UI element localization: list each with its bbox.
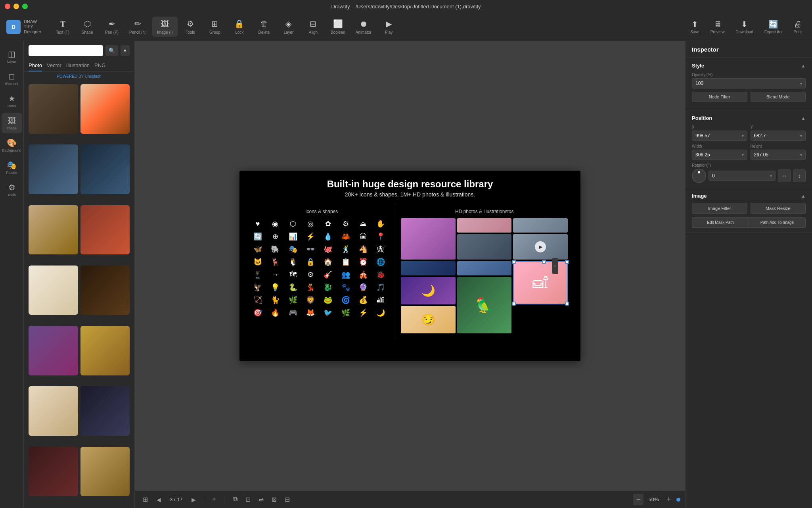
asset-item[interactable] [80, 326, 130, 375]
canvas-body: Icons & shapes ♥ ◉ ⬡ ◎ ✿ ⚙ ⛰ ✋ 🔄 [247, 204, 573, 339]
download-action[interactable]: ⬇ Download [732, 17, 757, 37]
icon-cell: 🐾 [340, 282, 351, 293]
icon-cell: 🦀 [340, 231, 351, 242]
page-settings-button[interactable]: ⊟ [282, 494, 293, 505]
grid-view-button[interactable]: ⊞ [140, 494, 151, 505]
sidebar-item-layer[interactable]: ◫ Layer [2, 46, 22, 67]
position-section-header[interactable]: Position ▲ [692, 115, 806, 121]
element-icon: ◻ [8, 71, 15, 81]
image-filter-button[interactable]: Image Filter [692, 203, 747, 214]
rotation-input[interactable]: 0 ▾ [709, 171, 776, 181]
icon-cell: 🌀 [340, 294, 351, 306]
height-input[interactable]: 267.05 ▾ [751, 150, 806, 160]
resize-page-button[interactable]: ⊡ [242, 494, 254, 505]
blend-mode-button[interactable]: Blend Mode [751, 92, 806, 102]
asset-item[interactable] [80, 266, 130, 315]
sidebar-item-background[interactable]: 🎨 Background [2, 135, 22, 156]
icon-cell: 👓 [305, 244, 316, 255]
animator-tool[interactable]: ⏺ Animator [351, 17, 376, 37]
search-more-button[interactable]: ▾ [121, 45, 130, 56]
pencil-tool[interactable]: ✏ Pencil (N) [124, 17, 151, 37]
asset-item[interactable] [80, 144, 130, 194]
style-section-header[interactable]: Style ▲ [692, 63, 806, 69]
tools-tool[interactable]: ⚙ Tools [178, 17, 202, 37]
icon-cell: 🦅 [252, 282, 263, 293]
transition-button[interactable]: ⇌ [255, 494, 267, 505]
play-tool[interactable]: ▶ Play [377, 17, 401, 37]
opacity-input[interactable]: 100 ▾ [692, 78, 806, 89]
tab-photo[interactable]: Photo [29, 60, 42, 71]
maximize-button[interactable] [22, 4, 28, 9]
group-tool[interactable]: ⊞ Group [203, 17, 227, 37]
lock-tool[interactable]: 🔒 Lock [228, 17, 251, 37]
page-view-button[interactable]: ⊠ [268, 494, 280, 505]
next-page-button[interactable]: ▶ [189, 495, 198, 504]
sidebar-item-tools[interactable]: ⚙ Tools [2, 179, 22, 200]
sidebar-item-icons[interactable]: ★ Icons [2, 90, 22, 111]
asset-item[interactable] [80, 84, 130, 134]
asset-item[interactable] [29, 326, 78, 375]
save-action[interactable]: ⬆ Save [686, 17, 703, 37]
icon-cell: 🔮 [358, 282, 369, 293]
search-button[interactable]: 🔍 [105, 45, 118, 56]
icon-cell: ⛰ [358, 218, 369, 229]
sidebar-item-element[interactable]: ◻ Element [2, 68, 22, 89]
icon-cell: ◎ [305, 218, 316, 229]
text-tool[interactable]: 𝐓 Text (T) [51, 17, 75, 37]
image-section-header[interactable]: Image ▲ [692, 193, 806, 199]
layer-tool[interactable]: ◈ Layer [277, 17, 301, 37]
search-input[interactable] [29, 45, 103, 56]
asset-item[interactable] [29, 386, 78, 436]
boolean-tool[interactable]: ⬜ Boolean [326, 17, 350, 37]
icon-cell: 🌿 [340, 307, 351, 318]
rotation-dial[interactable] [692, 169, 706, 183]
collapse-panel-button[interactable]: ‹ [552, 258, 558, 274]
asset-item[interactable] [80, 205, 130, 255]
minimize-button[interactable] [13, 4, 19, 9]
pen-tool[interactable]: ✒ Pen (P) [100, 17, 124, 37]
panel-tabs: Photo Vector Illustration PNG [24, 60, 134, 72]
icon-cell: ✿ [322, 218, 333, 229]
edit-mask-path-button[interactable]: Edit Mask Path [692, 217, 749, 228]
icon-cell: 🕸 [375, 244, 386, 255]
preview-action[interactable]: 🖥 Preview [707, 17, 729, 37]
asset-item[interactable] [80, 447, 130, 496]
asset-item[interactable] [80, 386, 130, 436]
prev-page-button[interactable]: ◀ [154, 495, 163, 504]
asset-item[interactable] [29, 205, 78, 255]
canvas-frame: Built-in huge design resource library 20… [239, 171, 580, 361]
main-content: ◫ Layer ◻ Element ★ Icons 🖼 Image 🎨 Back… [0, 41, 812, 508]
canvas-container[interactable]: Built-in huge design resource library 20… [135, 41, 685, 491]
width-input[interactable]: 306.25 ▾ [692, 150, 747, 160]
mask-resize-button[interactable]: Mask Resize [751, 203, 806, 214]
sidebar-item-image[interactable]: 🖼 Image [2, 113, 22, 133]
y-input[interactable]: 682.7 ▾ [751, 131, 806, 141]
icon-cell: 🏛 [358, 231, 369, 242]
export-ani-action[interactable]: 🔄 Export Ani [760, 17, 787, 37]
align-tool[interactable]: ⊟ Align [301, 17, 325, 37]
flip-h-button[interactable]: ↔ [778, 169, 791, 182]
flip-v-button[interactable]: ↕ [793, 169, 806, 182]
print-action[interactable]: 🖨 Print [789, 17, 806, 37]
path-add-to-image-button[interactable]: Path Add To Image [749, 217, 806, 228]
asset-item[interactable] [29, 447, 78, 496]
zoom-in-button[interactable]: + [663, 494, 674, 505]
asset-item[interactable] [29, 266, 78, 315]
node-filter-button[interactable]: Node Filter [692, 92, 747, 102]
add-page-button[interactable]: + [210, 494, 219, 505]
image-tool[interactable]: 🖼 Image (I) [152, 17, 178, 37]
close-button[interactable] [5, 4, 10, 9]
tab-illustration[interactable]: Illustration [66, 60, 90, 71]
selected-photo-cell[interactable]: 🛋 [513, 261, 568, 304]
asset-item[interactable] [29, 84, 78, 134]
x-input[interactable]: 998.57 ▾ [692, 131, 747, 141]
tab-png[interactable]: PNG [94, 60, 105, 71]
duplicate-page-button[interactable]: ⧉ [230, 494, 241, 505]
sidebar-item-palette[interactable]: 🎭 Palette [2, 157, 22, 178]
tab-vector[interactable]: Vector [47, 60, 61, 71]
zoom-reset-button[interactable] [676, 498, 680, 502]
zoom-out-button[interactable]: − [633, 494, 644, 505]
asset-item[interactable] [29, 144, 78, 194]
delete-tool[interactable]: 🗑 Delete [252, 17, 276, 37]
shape-tool[interactable]: ⬡ Shape [75, 17, 99, 37]
